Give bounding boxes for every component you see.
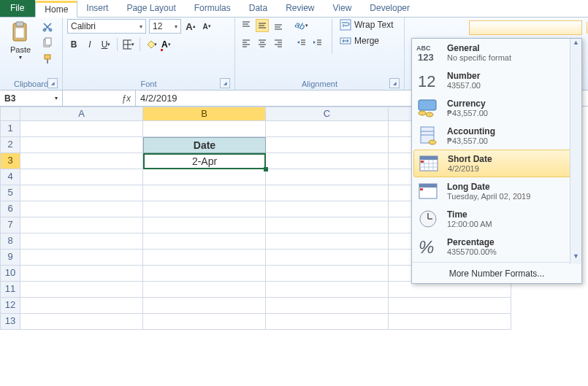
row-header[interactable]: 8	[0, 233, 20, 250]
indent-icon	[313, 38, 323, 48]
cell-B3[interactable]: 2-Apr	[143, 153, 266, 169]
align-left-icon	[241, 38, 251, 48]
orientation-button[interactable]: ab▾	[295, 19, 308, 32]
calendar-icon	[416, 180, 441, 202]
tab-file[interactable]: File	[0, 0, 35, 17]
svg-rect-60	[419, 184, 437, 188]
row-header[interactable]: 9	[0, 250, 20, 266]
row-header[interactable]: 10	[0, 266, 20, 282]
tab-insert[interactable]: Insert	[77, 0, 118, 17]
tab-developer[interactable]: Developer	[361, 0, 419, 17]
format-percentage[interactable]: % Percentage4355700.00%	[412, 233, 581, 260]
format-general[interactable]: ABC123 GeneralNo specific format	[412, 39, 581, 66]
align-bottom-button[interactable]	[272, 19, 285, 32]
format-long-date[interactable]: Long DateTuesday, April 02, 2019	[412, 177, 581, 205]
italic-button[interactable]: I	[83, 38, 96, 51]
font-group-label: Font	[140, 80, 156, 88]
tab-data[interactable]: Data	[240, 0, 277, 17]
wrap-text-button[interactable]: Wrap Text	[340, 19, 394, 31]
svg-text:ABC: ABC	[416, 45, 431, 52]
outdent-icon	[297, 38, 307, 48]
accounting-icon	[416, 125, 441, 147]
alignment-label: Alignment	[302, 80, 337, 88]
select-all-corner[interactable]	[0, 107, 20, 121]
row-header[interactable]: 4	[0, 169, 20, 185]
font-size-combo[interactable]: 12▾	[149, 19, 181, 34]
tab-review[interactable]: Review	[277, 0, 324, 17]
bucket-icon	[145, 39, 154, 50]
underline-button[interactable]: U▾	[99, 38, 112, 51]
dropdown-scrollbar[interactable]: ▲▼	[570, 39, 581, 264]
number-format-combo[interactable]: ▼	[469, 20, 582, 35]
merge-icon	[340, 35, 351, 47]
col-header-C[interactable]: C	[266, 107, 389, 121]
row-header[interactable]: 13	[0, 314, 20, 330]
shrink-font-button[interactable]: A▾	[200, 20, 213, 33]
number-icon: 12	[416, 69, 441, 91]
format-time[interactable]: Time12:00:00 AM	[412, 205, 581, 233]
col-header-B[interactable]: B	[143, 107, 266, 121]
svg-rect-2	[15, 28, 24, 38]
row-header[interactable]: 5	[0, 185, 20, 201]
row-header[interactable]: 1	[0, 121, 20, 137]
row-header[interactable]: 3	[0, 153, 20, 169]
borders-button[interactable]: ▾	[122, 38, 135, 51]
row-header[interactable]: 6	[0, 201, 20, 217]
tab-formulas[interactable]: Formulas	[186, 0, 240, 17]
name-box[interactable]: B3▾	[0, 90, 63, 106]
calendar-icon	[417, 153, 442, 174]
paste-button[interactable]: Paste ▾	[4, 19, 37, 61]
brush-icon	[42, 53, 53, 65]
cut-button[interactable]	[41, 20, 54, 34]
svg-rect-61	[420, 188, 423, 190]
format-painter-button[interactable]	[41, 53, 54, 66]
svg-text:12: 12	[418, 72, 435, 90]
fill-handle[interactable]	[264, 167, 268, 171]
percent-icon: %	[416, 236, 441, 258]
align-center-icon	[257, 38, 267, 48]
font-launcher[interactable]: ◢	[220, 78, 230, 88]
clock-icon	[416, 208, 441, 230]
row-header[interactable]: 11	[0, 282, 20, 298]
increase-indent-button[interactable]	[311, 36, 324, 50]
merge-label: Merge	[354, 36, 379, 46]
clipboard-label: Clipboard	[14, 80, 48, 88]
align-right-button[interactable]	[272, 36, 285, 50]
cell-B2[interactable]: Date	[143, 137, 266, 153]
more-number-formats[interactable]: More Number Formats...	[412, 264, 581, 283]
font-name-combo[interactable]: Calibri▾	[67, 19, 146, 34]
number-format-input[interactable]	[471, 22, 587, 34]
format-number[interactable]: 12 Number43557.00	[412, 66, 581, 94]
svg-rect-7	[45, 55, 50, 59]
row-header[interactable]: 12	[0, 298, 20, 314]
border-icon	[123, 39, 131, 50]
fx-button[interactable]: ƒx	[63, 90, 136, 106]
paste-icon	[9, 20, 32, 44]
paste-label: Paste	[10, 45, 31, 54]
copy-icon	[42, 37, 53, 49]
row-header[interactable]: 2	[0, 137, 20, 153]
tab-page-layout[interactable]: Page Layout	[118, 0, 185, 17]
grow-font-button[interactable]: A▴	[184, 20, 197, 33]
merge-button[interactable]: Merge	[340, 35, 394, 47]
tab-home[interactable]: Home	[35, 1, 77, 18]
align-middle-button[interactable]	[256, 19, 269, 32]
clipboard-launcher[interactable]: ◢	[47, 78, 58, 88]
copy-button[interactable]	[41, 36, 54, 50]
svg-rect-1	[16, 22, 23, 26]
align-top-button[interactable]	[240, 19, 253, 32]
col-header-A[interactable]: A	[20, 107, 143, 121]
format-accounting[interactable]: Accounting₱43,557.00	[412, 122, 581, 150]
tab-view[interactable]: View	[324, 0, 362, 17]
align-left-button[interactable]	[240, 36, 253, 50]
decrease-indent-button[interactable]	[295, 36, 308, 50]
font-color-button[interactable]: A▾	[161, 38, 174, 51]
bold-button[interactable]: B	[67, 38, 80, 51]
align-center-button[interactable]	[256, 36, 269, 50]
align-middle-icon	[257, 20, 267, 31]
format-short-date[interactable]: Short Date4/2/2019	[413, 150, 580, 177]
fill-color-button[interactable]: ▾	[145, 38, 158, 51]
row-header[interactable]: 7	[0, 217, 20, 233]
format-currency[interactable]: Currency₱43,557.00	[412, 94, 581, 122]
alignment-launcher[interactable]: ◢	[389, 78, 400, 88]
